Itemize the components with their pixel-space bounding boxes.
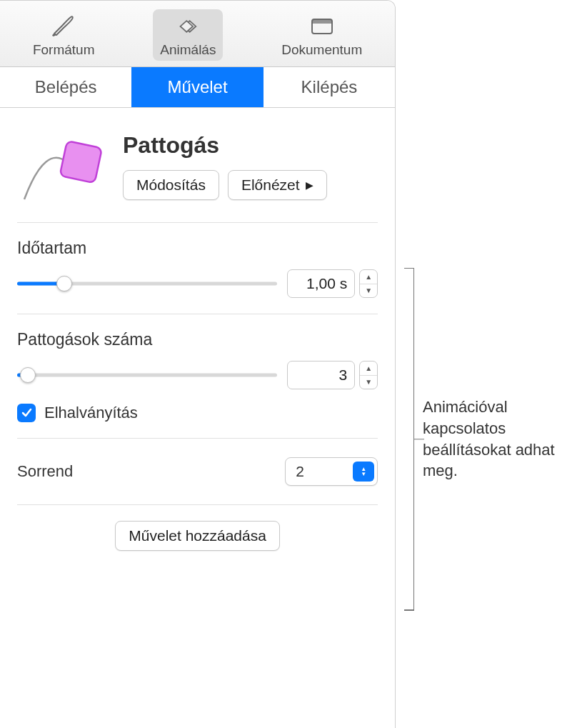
preview-button[interactable]: Előnézet ▶ (228, 170, 327, 200)
chevron-up-icon: ▲ (360, 270, 377, 284)
bounces-slider[interactable] (17, 367, 277, 384)
chevron-down-icon: ▼ (360, 376, 377, 389)
fade-checkbox[interactable] (17, 404, 36, 422)
callout-text: Animációval kapcsolatos beállításokat ad… (423, 397, 562, 482)
diamond-stack-icon (174, 15, 202, 38)
action-tab[interactable]: Művelet (131, 67, 263, 107)
document-tab[interactable]: Dokumentum (274, 9, 369, 61)
checkmark-icon (21, 407, 32, 419)
chevron-up-icon: ▲ (360, 361, 377, 376)
build-out-tab[interactable]: Kilépés (264, 67, 395, 107)
brush-icon (49, 15, 78, 38)
bounces-label: Pattogások száma (17, 330, 378, 349)
fade-label: Elhalványítás (44, 404, 138, 422)
effect-header: Pattogás Módosítás Előnézet ▶ (17, 108, 378, 223)
effect-title: Pattogás (123, 132, 378, 159)
callout: Animációval kapcsolatos beállításokat ad… (414, 150, 562, 728)
chevron-down-icon: ▼ (360, 284, 377, 298)
bounces-section: Pattogások száma ▲ ▼ (17, 314, 378, 439)
order-label: Sorrend (17, 462, 73, 481)
duration-section: Időtartam ▲ ▼ (17, 223, 378, 314)
top-toolbar: Formátum Animálás Dokumentum (0, 1, 395, 67)
order-section: Sorrend 2 ▲▼ (17, 439, 378, 505)
duration-input[interactable] (287, 269, 355, 298)
animate-label: Animálás (160, 42, 216, 58)
duration-label: Időtartam (17, 239, 378, 258)
bounces-input[interactable] (287, 361, 355, 389)
bounces-stepper[interactable]: ▲ ▼ (359, 361, 378, 389)
add-action-button[interactable]: Művelet hozzáadása (115, 521, 280, 551)
duration-slider[interactable] (17, 275, 277, 292)
animate-tab[interactable]: Animálás (153, 9, 223, 61)
order-select[interactable]: 2 ▲▼ (285, 457, 378, 486)
animation-subtabs: Belépés Művelet Kilépés (0, 67, 395, 108)
build-in-tab[interactable]: Belépés (0, 67, 131, 107)
inspector-panel: Formátum Animálás Dokumentum Belépés Műv… (0, 0, 396, 728)
slide-icon (308, 15, 336, 38)
modify-button[interactable]: Módosítás (123, 170, 219, 200)
callout-bracket (401, 268, 414, 611)
play-icon: ▶ (306, 179, 313, 191)
document-label: Dokumentum (281, 42, 362, 58)
format-label: Formátum (33, 42, 95, 58)
bounce-preview-icon (17, 128, 110, 206)
svg-rect-2 (60, 141, 102, 183)
svg-rect-1 (312, 19, 332, 24)
duration-stepper[interactable]: ▲ ▼ (359, 269, 378, 298)
updown-icon: ▲▼ (353, 462, 374, 482)
format-tab[interactable]: Formátum (26, 9, 102, 61)
order-value: 2 (286, 463, 353, 480)
